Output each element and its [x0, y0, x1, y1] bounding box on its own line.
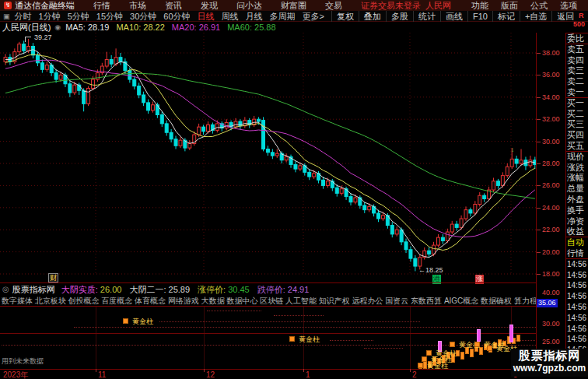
indicator-field-value: 30.45 — [228, 285, 250, 294]
toolbar-button-标记[interactable]: 标记 — [492, 11, 520, 22]
price-axis-label: 26.00 — [542, 181, 560, 189]
axis-tick-mark — [537, 142, 541, 142]
sidebar-row-卖五[interactable]: 卖五 — [566, 44, 588, 55]
collapse-pane-icon[interactable]: ◎ — [2, 284, 9, 295]
indicator-field-label: 大阴实质: — [61, 285, 100, 294]
period-tab-周线[interactable]: 周线 — [222, 11, 239, 22]
title-right-menu-item[interactable]: 公式 — [530, 0, 548, 11]
time-axis-label: 2023年 — [3, 370, 28, 379]
toolbar-button-F10[interactable]: F10 — [467, 11, 492, 22]
sidebar-row-买四[interactable]: 买四 — [566, 130, 588, 141]
period-tab-15分钟[interactable]: 15分钟 — [96, 11, 123, 22]
title-menu-item[interactable]: 发现 — [201, 0, 218, 11]
sidebar-row-现价[interactable]: 现价 — [566, 152, 588, 163]
sidebar-row-自动[interactable]: 自动 — [566, 237, 588, 248]
toolbar-button-多股[interactable]: 多股 — [386, 11, 413, 22]
axis-tick-mark — [537, 163, 541, 164]
period-tab-分时[interactable]: 分时 — [15, 11, 32, 22]
sidebar-tick-time[interactable]: 14:56 — [566, 334, 588, 345]
period-tab-日线[interactable]: 日线 — [198, 11, 215, 22]
toolbar-button-复权[interactable]: 复权 — [331, 11, 359, 22]
sidebar-row-涨跌[interactable]: 涨跌 — [566, 163, 588, 174]
sidebar-row-行情[interactable]: 行情 — [566, 248, 588, 259]
sub-dotted-line — [330, 340, 373, 341]
sub-dotted-line — [274, 315, 324, 316]
period-toolbar: ▣ 分时1分钟5分钟15分钟30分钟60分钟日线周线月线多周期更多> 复权叠加多… — [0, 11, 588, 22]
sidebar-row-买五[interactable]: 买五 — [566, 141, 588, 152]
sidebar-row-卖一[interactable]: 卖一 — [566, 87, 588, 98]
title-right-menu-item[interactable]: 版面 — [501, 0, 518, 11]
toolbar-button-统计[interactable]: 统计 — [413, 11, 440, 22]
period-tab-多周期[interactable]: 多周期 — [270, 11, 296, 22]
ma-values: MA5: 28.19MA10: 28.22MA20: 26.91MA60: 25… — [65, 22, 282, 33]
price-axis-label: 36.00 — [542, 71, 560, 79]
sidebar-row-净资[interactable]: 净资 — [566, 216, 588, 227]
indicator-values: 大阴实质: 26.00大阴二一: 25.89涨停价: 30.45跌停价: 24.… — [61, 284, 317, 295]
golden-column-marker-icon — [123, 318, 128, 324]
sub-axis-label: 40.00 — [542, 289, 560, 297]
sidebar-row-卖四[interactable]: 卖四 — [566, 55, 588, 66]
period-tab-5分钟[interactable]: 5分钟 — [68, 11, 89, 22]
title-menu-item[interactable]: 市场 — [129, 0, 146, 11]
quote-sidebar: 委比卖五卖四卖三卖二卖一买一买二买三买四买五现价涨跌涨幅总量外盘换手净资收益自动… — [566, 33, 588, 369]
title-menu-item[interactable]: 交易 — [325, 0, 342, 11]
golden-column-label: 黄金柱 — [132, 318, 153, 325]
indicator-settings-icon[interactable]: ◉ — [54, 22, 61, 33]
axis-tick-mark — [537, 53, 541, 54]
sub-month-gridline — [410, 307, 411, 369]
sidebar-row-委比[interactable]: 委比 — [566, 33, 588, 44]
title-menu-item[interactable]: 行情 — [93, 0, 110, 11]
period-tab-更多>[interactable]: 更多> — [303, 11, 324, 22]
sidebar-row-涨幅[interactable]: 涨幅 — [566, 173, 588, 184]
indicator-field: 涨停价: 30.45 — [198, 284, 250, 295]
period-tab-月线[interactable]: 月线 — [246, 11, 263, 22]
concept-tags-line[interactable]: 数字媒体 北京板块 创投概念 百度概念 体育概念 网络游戏 大数据 数据中心 区… — [2, 296, 536, 306]
sidebar-tick-time[interactable]: 14:56 — [566, 313, 588, 324]
sidebar-tick-time[interactable]: 14:56 — [566, 280, 588, 291]
indicator-field-label: 跌停价: — [257, 285, 288, 294]
title-menu-item[interactable]: 问小达 — [236, 0, 262, 11]
sidebar-row-卖二[interactable]: 卖二 — [566, 76, 588, 87]
title-right-menu-item[interactable]: 功能 — [471, 0, 488, 11]
golden-column-marker-icon — [418, 363, 423, 368]
sidebar-row-买一[interactable]: 买一 — [566, 98, 588, 109]
sub-axis-label: 25.00 — [542, 338, 560, 346]
price-axis-label: 38.00 — [542, 49, 560, 57]
signal-down-arrow-icon: ↓ — [511, 146, 515, 153]
title-right-menu-item[interactable]: 选项 — [560, 0, 577, 11]
sidebar-tick-time[interactable]: 14:56 — [566, 324, 588, 335]
period-tab-30分钟[interactable]: 30分钟 — [130, 11, 156, 22]
event-badge-财: 财 — [48, 273, 58, 282]
indicator-field-value: 25.89 — [169, 285, 191, 294]
sidebar-row-总量[interactable]: 总量 — [566, 184, 588, 195]
sidebar-row-收益[interactable]: 收益 — [566, 226, 588, 237]
toolbar-button-+自选[interactable]: +自选 — [520, 11, 551, 22]
golden-column-label: 黄金柱 — [427, 362, 448, 369]
toolbar-button-叠加[interactable]: 叠加 — [359, 11, 386, 22]
app-title: 通达信金融终端 — [15, 0, 75, 11]
period-tab-60分钟[interactable]: 60分钟 — [163, 11, 190, 22]
toolbar-button-画线[interactable]: 画线 — [440, 11, 467, 22]
price-axis-label: 24.00 — [542, 204, 560, 212]
sub-indicator-pane[interactable]: 黄金柱黄金柱黄金柱黄金柱黄金柱黄金柱黄金柱黄金柱 — [0, 307, 536, 369]
golden-column-marker-icon — [474, 342, 480, 347]
corner-500-label: 500 — [573, 20, 585, 28]
sidebar-row-买三[interactable]: 买三 — [566, 119, 588, 130]
sidebar-tick-time[interactable]: 14:56 — [566, 302, 588, 313]
sidebar-row-换手[interactable]: 换手 — [566, 205, 588, 216]
sidebar-tick-time[interactable]: 14:56 — [566, 259, 588, 270]
title-menu-item[interactable]: 资讯 — [165, 0, 182, 11]
trade-login-status: 证券交易未登录 — [361, 0, 421, 11]
time-axis-tick — [96, 369, 96, 372]
watermark-url: www.7gpzb.com — [511, 363, 588, 374]
sidebar-row-买二[interactable]: 买二 — [566, 109, 588, 120]
candlestick-chart[interactable] — [0, 33, 536, 283]
sidebar-row-卖三[interactable]: 卖三 — [566, 65, 588, 76]
period-tab-1分钟[interactable]: 1分钟 — [39, 11, 61, 22]
layout-split-icon[interactable]: ▣ — [3, 11, 10, 22]
sidebar-row-外盘[interactable]: 外盘 — [566, 195, 588, 205]
sidebar-tick-time[interactable]: 14:56 — [566, 270, 588, 281]
sidebar-tick-time[interactable]: 14:56 — [566, 291, 588, 302]
title-menu-item[interactable]: 财富圈 — [281, 0, 306, 11]
axis-tick-mark — [537, 97, 541, 98]
